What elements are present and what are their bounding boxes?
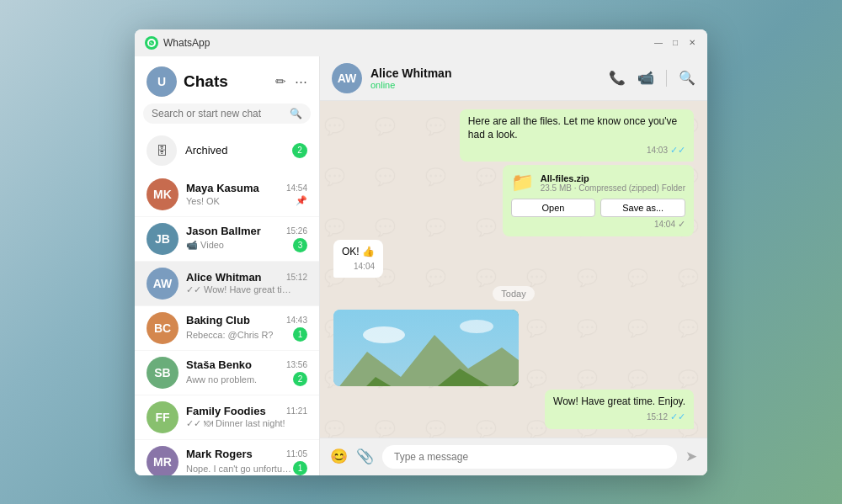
window-title: WhatsApp xyxy=(163,37,653,49)
search-messages-icon[interactable]: 🔍 xyxy=(679,70,695,86)
chat-info-maya: Maya Kasuma14:54Yes! OK📌 xyxy=(186,182,307,206)
chat-item-jason[interactable]: JBJason Ballmer15:26📹 Video3 xyxy=(135,217,319,262)
user-avatar-circle: U xyxy=(147,66,177,97)
chat-name-family: Family Foodies xyxy=(186,405,266,417)
emoji-icon[interactable]: 😊 xyxy=(330,448,348,465)
chat-preview-mark: Nope. I can't go unfortunately. xyxy=(186,464,293,474)
chat-preview-maya: Yes! OK xyxy=(186,196,220,206)
file-name: All-files.zip xyxy=(541,173,685,183)
chat-badge-stasa: 2 xyxy=(293,372,307,386)
chat-badge-jason: 3 xyxy=(293,238,307,252)
chat-header-actions: 📞 📹 🔍 xyxy=(609,70,695,87)
chat-area: AW Alice Whitman online 📞 📹 🔍 xyxy=(320,56,707,475)
chat-avatar-jason: JB xyxy=(147,223,179,255)
chat-time-alice: 15:12 xyxy=(286,273,307,282)
message-meta-received-1: 14:04 xyxy=(342,261,375,273)
contact-status: online xyxy=(370,80,600,90)
chat-preview-baking: Rebecca: @Chris R? xyxy=(186,330,273,340)
app-window: WhatsApp — □ ✕ U Chats ✏ ⋯ xyxy=(135,29,707,475)
chat-list: 🗄 Archived 2 MKMaya Kasuma14:54Yes! OK📌J… xyxy=(135,129,319,475)
message-sent-1: Here are all the files. Let me know once… xyxy=(460,109,694,162)
maximize-button[interactable]: □ xyxy=(670,38,680,48)
open-button[interactable]: Open xyxy=(511,199,596,217)
app-logo xyxy=(145,36,158,50)
double-check-1: ✓✓ xyxy=(670,144,685,157)
chat-item-maya[interactable]: MKMaya Kasuma14:54Yes! OK📌 xyxy=(135,172,319,217)
video-call-icon[interactable]: 📹 xyxy=(637,70,654,86)
file-details: All-files.zip 23.5 MB · Compressed (zipp… xyxy=(541,173,685,193)
archived-row[interactable]: 🗄 Archived 2 xyxy=(135,129,319,172)
chat-badge-baking: 1 xyxy=(293,327,307,342)
image-bubble: So beautiful here! ❤ 15:16 xyxy=(333,310,519,386)
chat-item-alice[interactable]: AWAlice Whitman15:12✓✓ Wow! Have great t… xyxy=(135,262,319,306)
message-meta-2: 15:12 ✓✓ xyxy=(553,411,685,423)
file-type-icon: 📁 xyxy=(511,172,534,194)
chat-time-stasa: 13:56 xyxy=(286,360,307,369)
messages-container: Here are all the files. Let me know once… xyxy=(320,101,707,438)
chat-name-jason: Jason Ballmer xyxy=(186,225,261,237)
chat-time-family: 11:21 xyxy=(286,406,307,416)
chat-name-alice: Alice Whitman xyxy=(186,271,262,284)
chat-item-baking[interactable]: BCBaking Club14:43Rebecca: @Chris R?1 xyxy=(135,306,319,351)
chat-pin-maya: 📌 xyxy=(296,195,307,206)
sidebar-title: Chats xyxy=(184,72,269,91)
user-avatar[interactable]: U xyxy=(147,66,177,97)
search-input[interactable] xyxy=(152,108,285,119)
contact-avatar-circle: AW xyxy=(332,63,362,93)
search-bar[interactable]: 🔍 xyxy=(143,103,311,124)
file-info-row: 📁 All-files.zip 23.5 MB · Compressed (zi… xyxy=(511,172,685,194)
voice-call-icon[interactable]: 📞 xyxy=(609,70,626,86)
chat-avatar-baking: BC xyxy=(147,312,179,344)
message-text-2: Wow! Have great time. Enjoy. xyxy=(553,395,685,409)
message-received-1: OK! 👍 14:04 xyxy=(333,240,383,278)
chat-header: AW Alice Whitman online 📞 📹 🔍 xyxy=(320,56,707,101)
chat-info-jason: Jason Ballmer15:26📹 Video3 xyxy=(186,225,307,252)
contact-info: Alice Whitman online xyxy=(370,66,600,90)
chat-avatar-maya: MK xyxy=(147,178,179,210)
svg-point-7 xyxy=(460,320,493,333)
input-area: 😊 📎 ➤ xyxy=(320,438,707,475)
sidebar-header-icons: ✏ ⋯ xyxy=(275,74,307,89)
chat-time-baking: 14:43 xyxy=(286,316,307,325)
chat-info-stasa: Staša Benko13:56Aww no problem.2 xyxy=(186,358,307,386)
send-icon[interactable]: ➤ xyxy=(685,448,697,465)
sidebar-header: U Chats ✏ ⋯ xyxy=(135,56,319,103)
search-icon: 🔍 xyxy=(290,108,302,119)
window-controls: — □ ✕ xyxy=(653,38,697,48)
close-button[interactable]: ✕ xyxy=(687,38,697,48)
chat-time-mark: 11:05 xyxy=(286,449,307,459)
minimize-button[interactable]: — xyxy=(653,38,663,48)
chat-item-stasa[interactable]: SBStaša Benko13:56Aww no problem.2 xyxy=(135,351,319,395)
save-as-button[interactable]: Save as... xyxy=(600,199,685,217)
chat-preview-family: ✓✓ 🍽 Dinner last night! xyxy=(186,418,285,429)
chat-preview-jason: 📹 Video xyxy=(186,240,224,251)
chat-info-alice: Alice Whitman15:12✓✓ Wow! Have great tim… xyxy=(186,271,307,295)
chat-name-maya: Maya Kasuma xyxy=(186,182,259,194)
message-text-1: Here are all the files. Let me know once… xyxy=(468,114,685,143)
chat-avatar-alice: AW xyxy=(147,268,179,300)
file-actions: Open Save as... xyxy=(511,199,685,217)
chat-preview-stasa: Aww no problem. xyxy=(186,374,257,385)
chat-list-items: MKMaya Kasuma14:54Yes! OK📌JBJason Ballme… xyxy=(135,172,319,475)
contact-name: Alice Whitman xyxy=(370,66,600,80)
file-size: 23.5 MB · Compressed (zipped) Folder xyxy=(541,183,685,193)
chat-avatar-stasa: SB xyxy=(147,357,179,389)
chat-name-mark: Mark Rogers xyxy=(186,448,253,460)
attach-icon[interactable]: 📎 xyxy=(356,448,374,465)
more-icon[interactable]: ⋯ xyxy=(295,74,307,89)
title-bar: WhatsApp — □ ✕ xyxy=(135,29,707,56)
main-content: U Chats ✏ ⋯ 🔍 🗄 Archived xyxy=(135,56,707,475)
message-input[interactable] xyxy=(382,445,677,469)
image-placeholder xyxy=(333,310,519,386)
chat-item-mark[interactable]: MRMark Rogers11:05Nope. I can't go unfor… xyxy=(135,440,319,475)
desktop: WhatsApp — □ ✕ U Chats ✏ ⋯ xyxy=(0,0,842,504)
double-check-2: ✓✓ xyxy=(670,411,685,423)
new-chat-icon[interactable]: ✏ xyxy=(275,74,286,89)
header-divider xyxy=(666,70,667,87)
chat-badge-mark: 1 xyxy=(293,461,307,475)
svg-point-6 xyxy=(363,326,405,343)
chat-name-stasa: Staša Benko xyxy=(186,358,252,371)
file-bubble: 📁 All-files.zip 23.5 MB · Compressed (zi… xyxy=(503,165,694,236)
chat-item-family[interactable]: FFFamily Foodies11:21✓✓ 🍽 Dinner last ni… xyxy=(135,395,319,440)
chat-info-baking: Baking Club14:43Rebecca: @Chris R?1 xyxy=(186,314,307,342)
